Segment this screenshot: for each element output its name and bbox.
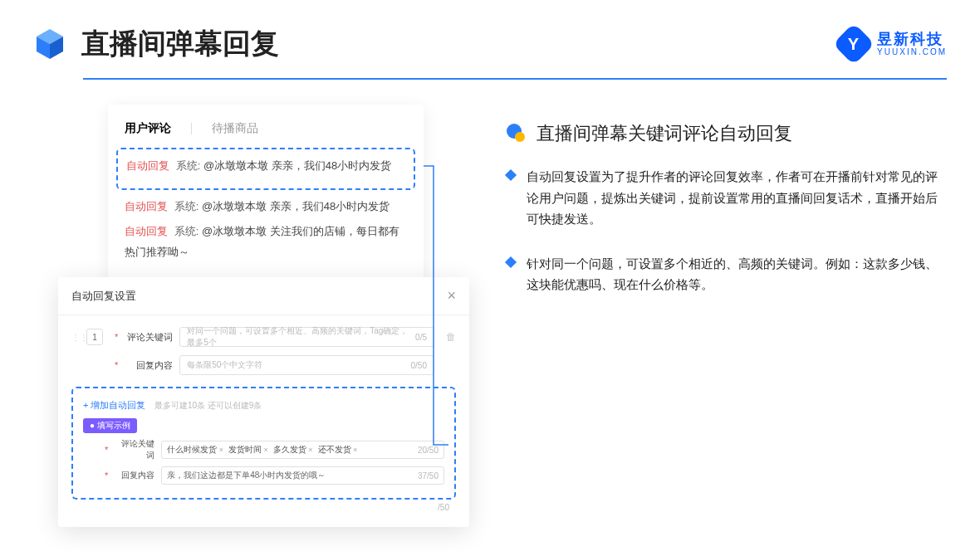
description-panel: 直播间弹幕关键词评论自动回复 自动回复设置为了提升作者的评论回复效率，作者可在开… xyxy=(473,105,947,319)
diamond-icon xyxy=(505,169,517,181)
bullet-item: 针对同一个问题，可设置多个相近的、高频的关键词。例如：这款多少钱、这块能优惠吗、… xyxy=(507,253,947,295)
keyword-tag[interactable]: 还不发货 xyxy=(318,444,358,456)
keyword-tag[interactable]: 发货时间 xyxy=(228,444,268,456)
comment-text: @冰墩墩本墩 亲亲，我们48小时内发货 xyxy=(203,159,391,172)
screenshot-mock: 用户评论 待播商品 自动回复 系统: @冰墩墩本墩 亲亲，我们48小时内发货 自… xyxy=(58,105,473,319)
drag-handle-icon[interactable]: ⋮⋮ xyxy=(71,333,80,342)
bullet-text: 自动回复设置为了提升作者的评论回复效率，作者可在开播前针对常见的评论用户问题，提… xyxy=(527,166,947,230)
brand-badge-icon: Y xyxy=(833,23,875,66)
brand-logo: Y 昱新科技 YUUXIN.COM xyxy=(839,29,947,59)
content-input[interactable]: 每条限50个中文字符 0/50 xyxy=(179,355,434,375)
keyword-label: 评论关键词 xyxy=(125,331,173,344)
modal-header: 自动回复设置 × xyxy=(58,277,469,315)
bullet-item: 自动回复设置为了提升作者的评论回复效率，作者可在开播前针对常见的评论用户问题，提… xyxy=(507,166,947,230)
required-star: * xyxy=(115,332,118,342)
diamond-icon xyxy=(505,256,517,267)
list-item: 自动回复 系统: @冰墩墩本墩 亲亲，我们48小时内发货 xyxy=(125,197,407,217)
list-item: 自动回复 系统: @冰墩墩本墩 关注我们的店铺，每日都有热门推荐呦～ xyxy=(125,222,407,262)
tabs: 用户评论 待播商品 xyxy=(125,121,407,136)
highlighted-comment: 自动回复 系统: @冰墩墩本墩 亲亲，我们48小时内发货 xyxy=(116,148,415,190)
add-auto-reply-link[interactable]: + 增加自动回复 xyxy=(83,400,145,410)
modal-title: 自动回复设置 xyxy=(71,289,136,304)
cube-icon xyxy=(33,27,66,61)
example-section: + 增加自动回复 最多可建10条 还可以创建9条 ● 填写示例 * 评论关键词 … xyxy=(71,387,456,500)
callout-icon xyxy=(507,124,527,144)
page-title: 直播间弹幕回复 xyxy=(81,25,279,63)
content-label: 回复内容 xyxy=(125,359,173,372)
auto-reply-settings-modal: 自动回复设置 × ⋮⋮ 1 * 评论关键词 对同一个问题，可设置多个相近、高频的… xyxy=(58,277,469,527)
example-keyword-row: * 评论关键词 什么时候发货 发货时间 多久发货 还不发货 20/50 xyxy=(83,438,444,461)
tab-user-comments[interactable]: 用户评论 xyxy=(125,121,171,136)
content-row: * 回复内容 每条限50个中文字符 0/50 xyxy=(71,355,456,375)
brand-name: 昱新科技 xyxy=(877,32,947,48)
system-label: 系统: xyxy=(176,159,201,172)
keyword-row: ⋮⋮ 1 * 评论关键词 对同一个问题，可设置多个相近、高频的关键词，Tag确定… xyxy=(71,327,456,347)
bullet-text: 针对同一个问题，可设置多个相近的、高频的关键词。例如：这款多少钱、这块能优惠吗、… xyxy=(527,253,947,295)
outer-char-count: /50 xyxy=(71,500,456,512)
auto-reply-badge: 自动回复 xyxy=(126,159,169,172)
page-header: 直播间弹幕回复 Y 昱新科技 YUUXIN.COM xyxy=(0,0,980,63)
example-badge: ● 填写示例 xyxy=(83,418,137,433)
close-icon[interactable]: × xyxy=(447,287,456,305)
example-content-input[interactable]: 亲，我们这边都是下单48小时内发货的哦～ 37/50 xyxy=(161,466,444,485)
keyword-input[interactable]: 对同一个问题，可设置多个相近、高频的关键词，Tag确定，最多5个 0/5 xyxy=(179,327,434,347)
add-hint: 最多可建10条 还可以创建9条 xyxy=(154,401,262,410)
example-content-row: * 回复内容 亲，我们这边都是下单48小时内发货的哦～ 37/50 xyxy=(83,466,444,485)
tab-divider xyxy=(191,123,192,134)
delete-icon[interactable]: 🗑 xyxy=(446,331,456,343)
example-keyword-input[interactable]: 什么时候发货 发货时间 多久发货 还不发货 20/50 xyxy=(161,441,444,459)
info-title: 直播间弹幕关键词评论自动回复 xyxy=(537,121,792,146)
keyword-tag[interactable]: 多久发货 xyxy=(273,444,313,456)
brand-subtitle: YUUXIN.COM xyxy=(877,47,947,56)
keyword-tag[interactable]: 什么时候发货 xyxy=(167,444,223,456)
row-number: 1 xyxy=(86,329,103,345)
tab-pending-products[interactable]: 待播商品 xyxy=(212,121,258,136)
comments-panel: 用户评论 待播商品 自动回复 系统: @冰墩墩本墩 亲亲，我们48小时内发货 自… xyxy=(108,105,424,285)
